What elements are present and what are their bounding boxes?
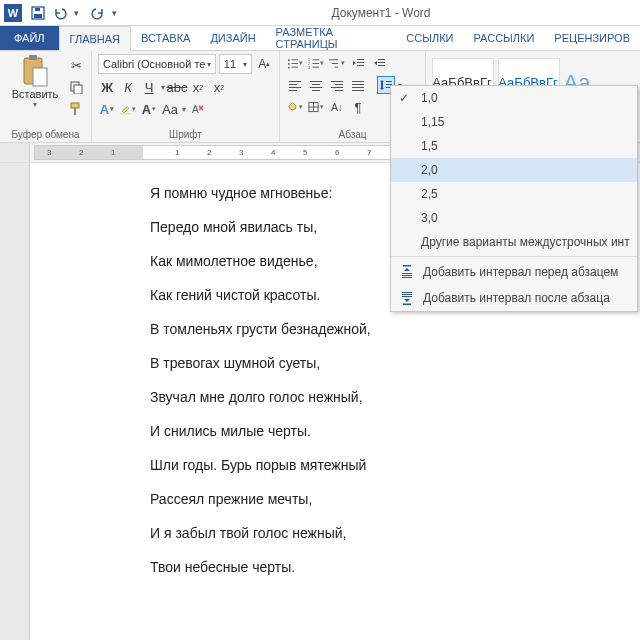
ruler-tick: 7: [367, 148, 371, 157]
check-icon: ✓: [399, 91, 409, 105]
multilevel-list-icon[interactable]: [328, 54, 346, 72]
ls-option-1-label: 1,0: [421, 91, 438, 105]
format-painter-icon[interactable]: [67, 100, 85, 118]
title-bar: W ▾ ▾ Документ1 - Word: [0, 0, 640, 26]
qat-customize-icon[interactable]: ▾: [112, 8, 122, 18]
svg-text:A: A: [192, 104, 199, 115]
svg-rect-19: [313, 59, 319, 60]
align-right-icon[interactable]: [328, 76, 346, 94]
tab-design[interactable]: ДИЗАЙН: [200, 26, 265, 50]
tab-layout[interactable]: РАЗМЕТКА СТРАНИЦЫ: [266, 26, 397, 50]
save-icon[interactable]: [30, 5, 46, 21]
ls-option-2[interactable]: 2,0: [391, 158, 637, 182]
ls-option-115[interactable]: 1,15: [391, 110, 637, 134]
svg-rect-41: [331, 81, 343, 82]
svg-rect-45: [352, 81, 364, 82]
vertical-ruler[interactable]: [0, 163, 30, 640]
ls-add-before[interactable]: Добавить интервал перед абзацем: [391, 259, 637, 285]
tab-review[interactable]: РЕЦЕНЗИРОВ: [544, 26, 640, 50]
change-case-icon[interactable]: Aa: [161, 100, 179, 118]
ls-option-15[interactable]: 1,5: [391, 134, 637, 158]
ls-option-15-label: 1,5: [421, 139, 438, 153]
subscript-icon[interactable]: x2: [189, 78, 207, 96]
svg-rect-29: [357, 65, 364, 66]
svg-rect-8: [71, 103, 79, 108]
superscript-icon[interactable]: x2: [210, 78, 228, 96]
font-name-value: Calibri (Основной те: [103, 58, 205, 70]
italic-icon[interactable]: К: [119, 78, 137, 96]
bold-icon[interactable]: Ж: [98, 78, 116, 96]
add-space-before-icon: [399, 265, 415, 279]
text-line[interactable]: Звучал мне долго голос нежный,: [150, 389, 640, 405]
ruler-tick: 2: [79, 148, 83, 157]
increase-indent-icon[interactable]: [370, 54, 388, 72]
undo-dropdown-icon[interactable]: ▾: [74, 8, 84, 18]
ls-add-after[interactable]: Добавить интервал после абзаца: [391, 285, 637, 311]
svg-rect-62: [402, 296, 412, 297]
font-name-select[interactable]: Calibri (Основной те▾: [98, 54, 216, 74]
strikethrough-icon[interactable]: abc: [168, 78, 186, 96]
clear-formatting-icon[interactable]: A: [189, 100, 207, 118]
svg-rect-38: [312, 84, 320, 85]
text-effects-icon[interactable]: A: [98, 100, 116, 118]
text-line[interactable]: В томленьях грусти безнадежной,: [150, 321, 640, 337]
text-line[interactable]: Шли годы. Бурь порыв мятежный: [150, 457, 640, 473]
svg-rect-36: [289, 90, 297, 91]
svg-rect-46: [352, 84, 364, 85]
font-size-value: 11: [224, 58, 236, 70]
window-title: Документ1 - Word: [122, 6, 640, 20]
ribbon: Вставить ▾ ✂ Буфер обмена Calibri (Основ…: [0, 51, 640, 143]
tab-insert[interactable]: ВСТАВКА: [131, 26, 200, 50]
cut-icon[interactable]: ✂: [67, 56, 85, 74]
paste-button[interactable]: Вставить ▾: [6, 54, 64, 109]
svg-rect-13: [292, 59, 298, 60]
text-line[interactable]: Рассеял прежние мечты,: [150, 491, 640, 507]
numbering-icon[interactable]: 123: [307, 54, 325, 72]
shading-icon[interactable]: [286, 98, 304, 116]
svg-rect-61: [402, 294, 412, 295]
text-line[interactable]: В тревогах шумной суеты,: [150, 355, 640, 371]
ls-add-after-label: Добавить интервал после абзаца: [423, 291, 610, 305]
tab-references[interactable]: ССЫЛКИ: [396, 26, 463, 50]
menu-separator: [391, 256, 637, 257]
svg-rect-32: [378, 65, 385, 66]
show-marks-icon[interactable]: ¶: [349, 98, 367, 116]
align-center-icon[interactable]: [307, 76, 325, 94]
tab-mailings[interactable]: РАССЫЛКИ: [464, 26, 545, 50]
ruler-tick: 5: [303, 148, 307, 157]
svg-rect-7: [74, 85, 82, 94]
svg-rect-35: [289, 87, 301, 88]
text-line[interactable]: И снились милые черты.: [150, 423, 640, 439]
bullets-icon[interactable]: [286, 54, 304, 72]
svg-rect-15: [292, 63, 298, 64]
svg-rect-50: [386, 81, 392, 82]
svg-rect-25: [332, 63, 338, 64]
decrease-indent-icon[interactable]: [349, 54, 367, 72]
justify-icon[interactable]: [349, 76, 367, 94]
ls-option-25[interactable]: 2,5: [391, 182, 637, 206]
borders-icon[interactable]: [307, 98, 325, 116]
undo-icon[interactable]: [52, 5, 68, 21]
font-color-icon[interactable]: A: [140, 100, 158, 118]
ls-option-1[interactable]: ✓ 1,0: [391, 86, 637, 110]
tab-home[interactable]: ГЛАВНАЯ: [59, 26, 131, 51]
grow-font-icon[interactable]: A▴: [255, 55, 273, 73]
text-line[interactable]: Твои небесные черты.: [150, 559, 640, 575]
tab-file[interactable]: ФАЙЛ: [0, 26, 59, 50]
redo-icon[interactable]: [90, 5, 106, 21]
svg-point-12: [288, 59, 290, 61]
group-clipboard: Вставить ▾ ✂ Буфер обмена: [0, 51, 92, 142]
word-app-icon: W: [4, 4, 22, 22]
svg-rect-23: [313, 67, 319, 68]
ls-more-options[interactable]: Другие варианты междустрочных инт: [391, 230, 637, 254]
copy-icon[interactable]: [67, 78, 85, 96]
align-left-icon[interactable]: [286, 76, 304, 94]
paste-icon: [18, 54, 52, 88]
underline-icon[interactable]: Ч: [140, 78, 158, 96]
ls-option-3[interactable]: 3,0: [391, 206, 637, 230]
svg-rect-4: [29, 55, 37, 60]
font-size-select[interactable]: 11▾: [219, 54, 253, 74]
sort-icon[interactable]: A↓: [328, 98, 346, 116]
highlight-icon[interactable]: [119, 100, 137, 118]
text-line[interactable]: И я забыл твой голос нежный,: [150, 525, 640, 541]
